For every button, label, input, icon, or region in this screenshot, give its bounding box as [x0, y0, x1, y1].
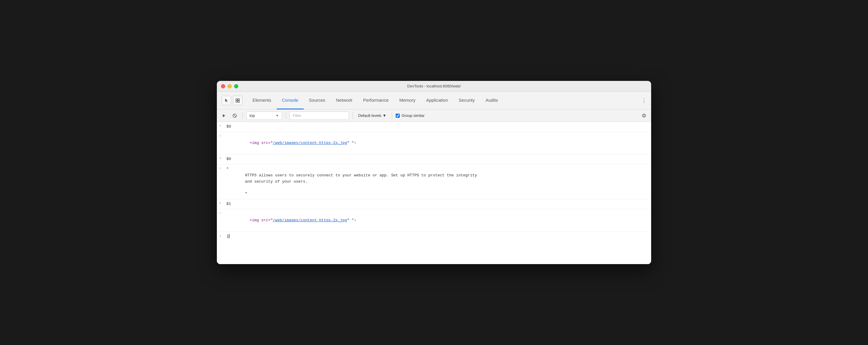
entry-arrow-5[interactable]: ›	[219, 200, 226, 205]
entry-arrow-2: ‹	[219, 133, 226, 138]
tab-application[interactable]: Application	[421, 92, 453, 109]
close-button[interactable]	[221, 84, 225, 88]
svg-rect-2	[236, 101, 237, 102]
clear-console-button[interactable]	[230, 112, 239, 120]
console-toolbar: top ▼ Default levels ▼ Group similar ⚙	[217, 109, 651, 122]
console-entry-2: ‹ <img src="/web/images/content-https-2x…	[217, 132, 651, 154]
svg-rect-1	[238, 99, 240, 100]
svg-rect-0	[236, 99, 237, 100]
entry-arrow-6: ‹	[219, 211, 226, 215]
tab-audits[interactable]: Audits	[480, 92, 503, 109]
toolbar-icons	[219, 96, 245, 105]
tab-console[interactable]: Console	[277, 92, 304, 109]
cursor-icon-button[interactable]	[222, 96, 231, 105]
entry-content-6: <img src="/web/images/content-https-2x.j…	[226, 211, 649, 230]
html-link-1[interactable]: /web/images/content-https-2x.jpg	[273, 141, 347, 145]
console-output-area[interactable]: › $0 ‹ <img src="/web/images/content-htt…	[217, 122, 651, 264]
settings-gear-button[interactable]: ⚙	[640, 112, 648, 120]
html-quote-1: "	[270, 141, 273, 145]
toolbar-separator-2	[285, 112, 286, 119]
minimize-button[interactable]	[227, 84, 232, 88]
context-selector[interactable]: top ▼	[246, 112, 282, 120]
console-entry-4: ‹ " HTTPS allows users to securely conne…	[217, 164, 651, 199]
tab-security[interactable]: Security	[453, 92, 480, 109]
tab-memory[interactable]: Memory	[394, 92, 421, 109]
entry-content-5: $1	[226, 200, 649, 208]
entry-arrow-4: ‹	[219, 166, 226, 170]
toolbar-separator-3	[352, 112, 353, 119]
tab-elements[interactable]: Elements	[247, 92, 277, 109]
window-title: DevTools - localhost:8080/web/	[407, 84, 461, 88]
entry-content-3: $0	[226, 156, 649, 163]
filter-input[interactable]	[289, 112, 349, 120]
devtools-window: DevTools - localhost:8080/web/	[217, 81, 651, 264]
entry-arrow-1[interactable]: ›	[219, 123, 226, 128]
tab-bar: Elements Console Sources Network Perform…	[217, 92, 651, 109]
context-dropdown-arrow: ▼	[276, 114, 279, 117]
html-quote-end-2: "	[347, 218, 349, 222]
tab-network[interactable]: Network	[331, 92, 358, 109]
console-entry-5: › $1	[217, 199, 651, 209]
devtools-panel: Elements Console Sources Network Perform…	[217, 92, 651, 264]
console-entry-1: › $0	[217, 122, 651, 132]
console-entry-3: › $0	[217, 154, 651, 164]
group-similar-label[interactable]: Group similar	[396, 113, 425, 118]
execute-context-button[interactable]	[220, 112, 228, 120]
html-quote-2: "	[270, 218, 273, 222]
toolbar-separator-4	[392, 112, 392, 119]
svg-line-6	[234, 115, 236, 117]
more-tabs-button[interactable]: ⋮	[639, 96, 649, 105]
gear-icon: ⚙	[642, 113, 646, 119]
title-bar: DevTools - localhost:8080/web/	[217, 81, 651, 92]
console-entry-6: ‹ <img src="/web/images/content-https-2x…	[217, 209, 651, 232]
html-quote-end-1: "	[347, 141, 349, 145]
group-similar-checkbox[interactable]	[396, 114, 400, 118]
svg-marker-4	[223, 114, 225, 117]
html-tag-open-2: <img src=	[250, 218, 270, 222]
maximize-button[interactable]	[234, 84, 238, 88]
entry-content-1: $0	[226, 123, 649, 131]
tab-performance[interactable]: Performance	[358, 92, 394, 109]
inspect-icon-button[interactable]	[233, 96, 242, 105]
entry-content-2: <img src="/web/images/content-https-2x.j…	[226, 133, 649, 153]
console-cursor: |	[226, 234, 229, 239]
tab-sources[interactable]: Sources	[304, 92, 331, 109]
html-tag-close-2: "›	[349, 218, 356, 222]
traffic-lights	[221, 84, 238, 88]
console-input-row[interactable]: › |	[217, 232, 651, 241]
levels-dropdown-arrow: ▼	[382, 113, 386, 118]
html-link-2[interactable]: /web/images/content-https-2x.jpg	[273, 218, 347, 222]
entry-content-4: " HTTPS allows users to securely connect…	[226, 166, 649, 198]
html-tag-close-1: "›	[349, 141, 356, 145]
more-tabs-icon: ⋮	[641, 97, 647, 104]
log-levels-button[interactable]: Default levels ▼	[356, 112, 388, 120]
html-tag-open-1: <img src=	[250, 141, 270, 145]
svg-rect-3	[238, 101, 240, 102]
input-prompt: ›	[219, 234, 226, 238]
entry-arrow-3[interactable]: ›	[219, 156, 226, 160]
toolbar-separator-1	[242, 112, 243, 119]
